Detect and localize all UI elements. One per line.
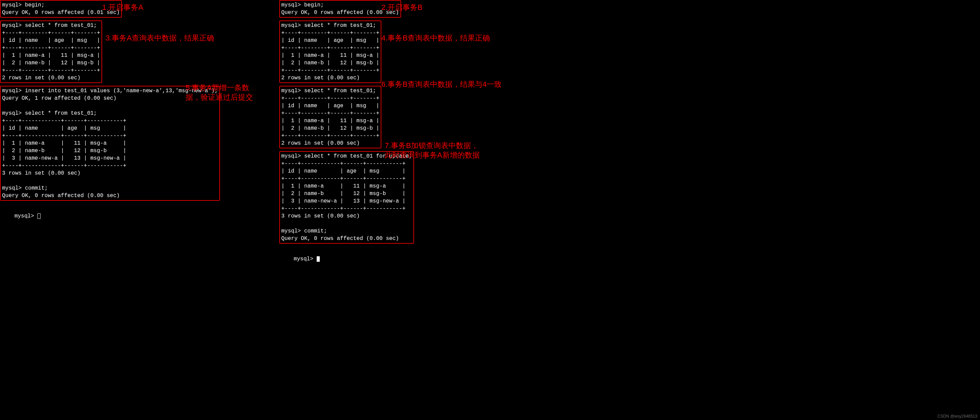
annotation-2: 2.开启事务B (381, 3, 423, 12)
annotation-1: 1.开启事务A (102, 3, 143, 12)
watermark: CSDN @wsy2846513 (937, 414, 977, 418)
annotation-4: 4.事务B查询表中数据，结果正确 (381, 33, 490, 43)
txa-prompt[interactable]: mysql> (0, 205, 279, 227)
txa-insert-commit-box: mysql> insert into test_01 values (3,'na… (0, 86, 220, 201)
annotation-5: 5.事务A新增一条数 据，验证通过后提交 (186, 83, 253, 102)
cursor-icon (37, 213, 41, 219)
annotation-6: 6.事务B查询表中数据，结果与4一致 (381, 80, 501, 89)
txb-select1-box: mysql> select * from test_01; +----+----… (279, 21, 381, 83)
annotation-3: 3.事务A查询表中数据，结果正确 (105, 33, 214, 43)
txb-forupdate-box: mysql> select * from test_01 for update;… (279, 151, 414, 244)
annotation-7: 7.事务B加锁查询表中数据， 此时查询到事务A新增的数据 (385, 141, 480, 160)
prompt-text: mysql> (14, 213, 37, 219)
cursor-icon (317, 256, 320, 262)
txb-select2-box: mysql> select * from test_01; +----+----… (279, 86, 381, 148)
txa-select-box: mysql> select * from test_01; +----+----… (0, 21, 102, 83)
prompt-text: mysql> (294, 256, 317, 262)
txb-prompt[interactable]: mysql> (279, 248, 654, 270)
